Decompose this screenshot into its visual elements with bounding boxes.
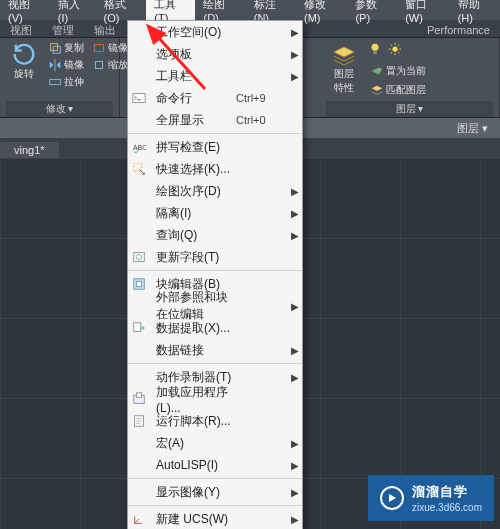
layer-row-label[interactable]: 图层 ▾ <box>457 121 488 136</box>
svg-rect-1 <box>53 46 60 53</box>
menu-item-label: 命令行 <box>152 90 236 107</box>
menu-bar: 视图(V)插入(I)格式(O)工具(T)绘图(D)标注(N)修改(M)参数(P)… <box>0 0 500 20</box>
menu-item-9[interactable]: 隔离(I)▶ <box>128 202 302 224</box>
menu-item-21[interactable]: 宏(A)▶ <box>128 432 302 454</box>
menu-item-label: 工具栏 <box>152 68 236 85</box>
menu-item-26[interactable]: 新建 UCS(W)▶ <box>128 508 302 529</box>
menu-item-22[interactable]: AutoLISP(I)▶ <box>128 454 302 476</box>
tab-1[interactable]: 管理 <box>42 20 84 37</box>
menu-item-0[interactable]: 工作空间(O)▶ <box>128 21 302 43</box>
tab-performance[interactable]: Performance <box>417 20 500 37</box>
svg-rect-16 <box>136 393 141 397</box>
menu-item-4[interactable]: 全屏显示Ctrl+0 <box>128 109 302 131</box>
menu-item-6[interactable]: ABC拼写检查(E) <box>128 136 302 158</box>
blank-icon <box>128 21 150 43</box>
submenu-arrow-icon: ▶ <box>288 514 302 525</box>
drawing-tab[interactable]: ving1* <box>0 142 59 158</box>
match-layer-button[interactable]: 匹配图层 <box>368 82 428 98</box>
menu-item-label: 显示图像(Y) <box>152 484 236 501</box>
rotate-button[interactable]: 旋转 <box>6 40 42 90</box>
submenu-arrow-icon: ▶ <box>288 301 302 312</box>
menu-item-1[interactable]: 选项板▶ <box>128 43 302 65</box>
menu-item-label: AutoLISP(I) <box>152 458 236 472</box>
layer-button[interactable]: 图层 特性 <box>326 40 362 97</box>
menu-separator <box>128 133 302 134</box>
menu-item-label: 加载应用程序(L)... <box>152 384 236 415</box>
app-icon <box>128 388 150 410</box>
submenu-arrow-icon: ▶ <box>288 27 302 38</box>
submenu-arrow-icon: ▶ <box>288 345 302 356</box>
watermark: 溜溜自学 zixue.3d66.com <box>368 475 494 521</box>
menu-item-label: 更新字段(T) <box>152 249 236 266</box>
blk-icon <box>128 273 150 295</box>
menu-item-24[interactable]: 显示图像(Y)▶ <box>128 481 302 503</box>
scr-icon <box>128 410 150 432</box>
menu-item-3[interactable]: 命令行Ctrl+9 <box>128 87 302 109</box>
blank-icon <box>128 109 150 131</box>
svg-rect-0 <box>51 44 58 51</box>
menu-item-19[interactable]: 加载应用程序(L)... <box>128 388 302 410</box>
cmd-icon <box>128 87 150 109</box>
menu-item-10[interactable]: 查询(Q)▶ <box>128 224 302 246</box>
set-current-button[interactable]: 置为当前 <box>368 63 428 79</box>
blank-icon <box>128 295 150 317</box>
svg-rect-6 <box>373 51 377 55</box>
submenu-arrow-icon: ▶ <box>288 208 302 219</box>
submenu-arrow-icon: ▶ <box>288 71 302 82</box>
blank-icon <box>128 481 150 503</box>
menu-separator <box>128 478 302 479</box>
tab-2[interactable]: 输出 <box>84 20 126 37</box>
menu-item-8[interactable]: 绘图次序(D)▶ <box>128 180 302 202</box>
play-icon <box>380 486 404 510</box>
stretch-button[interactable]: 拉伸 <box>46 74 86 90</box>
submenu-arrow-icon: ▶ <box>288 487 302 498</box>
rotate-label: 旋转 <box>14 67 34 81</box>
menu-item-16[interactable]: 数据链接▶ <box>128 339 302 361</box>
menu-item-label: 数据链接 <box>152 342 236 359</box>
menu-shortcut: Ctrl+9 <box>236 92 288 104</box>
blank-icon <box>128 65 150 87</box>
layer-big-label: 图层 <box>334 67 354 81</box>
svg-rect-3 <box>95 45 104 52</box>
svg-rect-14 <box>134 323 141 332</box>
submenu-arrow-icon: ▶ <box>288 49 302 60</box>
dx-icon <box>128 317 150 339</box>
ribbon-group-layer: 图层 特性 置为当前 匹配图层 图层 ▾ <box>320 38 500 117</box>
submenu-arrow-icon: ▶ <box>288 372 302 383</box>
menu-item-label: 运行脚本(R)... <box>152 413 236 430</box>
blank-icon <box>128 202 150 224</box>
watermark-url: zixue.3d66.com <box>412 502 482 513</box>
menu-item-label: 工作空间(O) <box>152 24 236 41</box>
group-layer-title[interactable]: 图层 ▾ <box>326 101 493 117</box>
submenu-arrow-icon: ▶ <box>288 460 302 471</box>
ribbon-group-modify: 旋转 复制 镜像 拉伸 镜像 缩放 修改 ▾ <box>0 38 120 117</box>
menu-item-label: 查询(Q) <box>152 227 236 244</box>
menu-item-11[interactable]: 更新字段(T) <box>128 246 302 268</box>
menu-item-2[interactable]: 工具栏▶ <box>128 65 302 87</box>
sun-icon[interactable] <box>388 42 402 60</box>
bulb-icon[interactable] <box>368 42 382 60</box>
menu-item-7[interactable]: 快速选择(K)... <box>128 158 302 180</box>
tab-0[interactable]: 视图 <box>0 20 42 37</box>
menu-item-label: 选项板 <box>152 46 236 63</box>
blank-icon <box>128 366 150 388</box>
mirror-button[interactable]: 镜像 <box>46 57 86 73</box>
svg-rect-13 <box>136 281 141 286</box>
menu-item-15[interactable]: 数据提取(X)... <box>128 317 302 339</box>
menu-item-20[interactable]: 运行脚本(R)... <box>128 410 302 432</box>
menu-item-label: 宏(A) <box>152 435 236 452</box>
menu-item-label: 数据提取(X)... <box>152 320 236 337</box>
group-modify-title[interactable]: 修改 ▾ <box>6 101 113 117</box>
menu-separator <box>128 363 302 364</box>
svg-rect-8 <box>133 94 145 103</box>
menu-separator <box>128 270 302 271</box>
menu-item-label: 快速选择(K)... <box>152 161 236 178</box>
menu-item-14[interactable]: 外部参照和块在位编辑▶ <box>128 295 302 317</box>
submenu-arrow-icon: ▶ <box>288 186 302 197</box>
menu-item-label: 绘图次序(D) <box>152 183 236 200</box>
layer-small-label: 特性 <box>334 81 354 95</box>
copy-button[interactable]: 复制 <box>46 40 86 56</box>
menu-item-label: 全屏显示 <box>152 112 236 129</box>
blank-icon <box>128 432 150 454</box>
svg-rect-4 <box>96 62 103 69</box>
